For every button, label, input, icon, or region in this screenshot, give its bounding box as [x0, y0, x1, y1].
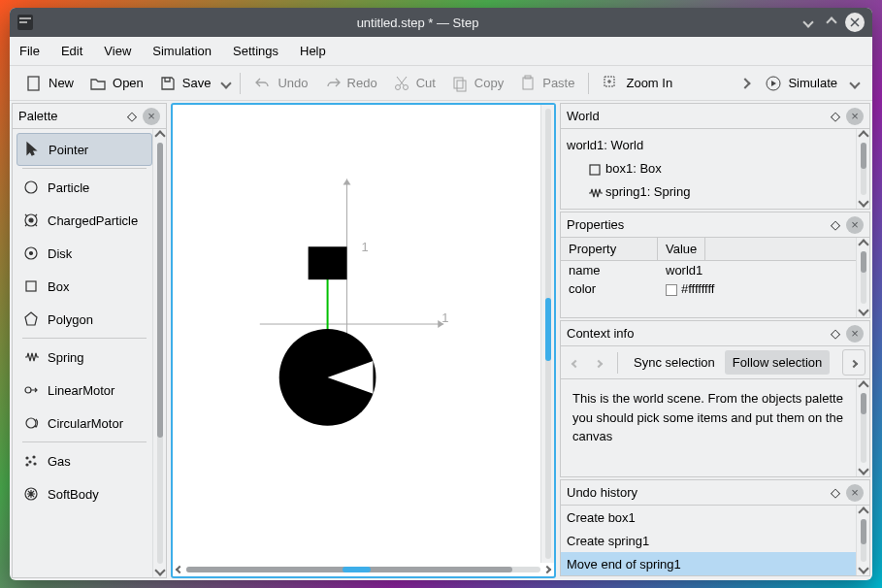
- palette-item-softbody[interactable]: SoftBody: [16, 477, 152, 510]
- scroll-up-icon[interactable]: [156, 129, 164, 143]
- world-tree-item[interactable]: spring1: Spring: [561, 180, 856, 203]
- palette-item-pointer[interactable]: Pointer: [16, 133, 152, 166]
- zoom-in-button[interactable]: Zoom In: [595, 71, 680, 96]
- palette-item-chargedparticle[interactable]: ChargedParticle: [16, 204, 152, 237]
- menu-edit[interactable]: Edit: [61, 44, 82, 58]
- zoom-in-icon: [603, 75, 620, 92]
- close-icon[interactable]: ×: [846, 216, 864, 234]
- diamond-icon[interactable]: ◇: [827, 325, 844, 343]
- palette-item-polygon[interactable]: Polygon: [16, 303, 152, 336]
- close-button[interactable]: [845, 13, 865, 32]
- svg-point-16: [30, 252, 33, 255]
- undo-icon: [254, 75, 272, 92]
- cut-icon: [393, 75, 410, 92]
- close-icon[interactable]: ×: [143, 108, 160, 125]
- softbody-icon: [22, 485, 40, 503]
- scroll-right-icon[interactable]: [543, 566, 551, 573]
- new-button[interactable]: New: [17, 71, 82, 96]
- toolbar-overflow-button[interactable]: [734, 76, 757, 91]
- palette-scrollbar[interactable]: [152, 129, 166, 577]
- world-tree-item[interactable]: box1: Box: [561, 156, 856, 180]
- context-scrollbar[interactable]: [856, 379, 869, 476]
- undo-scrollbar[interactable]: [856, 506, 869, 575]
- palette-header[interactable]: Palette ◇ ×: [13, 104, 166, 129]
- menu-view[interactable]: View: [104, 44, 131, 58]
- save-button[interactable]: Save: [151, 71, 219, 96]
- right-panels: World ◇ × world1: Worldbox1: Boxspring1:…: [560, 103, 870, 578]
- palette-item-circularmotor[interactable]: CircularMotor: [16, 407, 152, 440]
- property-row[interactable]: color#ffffffff: [561, 279, 856, 298]
- palette-item-particle[interactable]: Particle: [16, 171, 152, 204]
- svg-point-18: [25, 387, 31, 393]
- properties-table[interactable]: Property Value nameworld1color#ffffffff: [561, 238, 856, 317]
- paste-button[interactable]: Paste: [511, 71, 582, 96]
- titlebar[interactable]: untitled.step * — Step: [10, 8, 872, 37]
- diamond-icon[interactable]: ◇: [123, 108, 141, 125]
- svg-rect-3: [28, 77, 39, 90]
- save-dropdown-icon[interactable]: [221, 78, 232, 88]
- simulate-dropdown-icon[interactable]: [849, 78, 860, 88]
- world-header[interactable]: World ◇ ×: [561, 104, 869, 129]
- context-header[interactable]: Context info ◇ ×: [561, 321, 869, 346]
- undo-item[interactable]: Create box1: [561, 506, 856, 529]
- redo-button[interactable]: Redo: [316, 71, 385, 96]
- context-back-button[interactable]: [565, 350, 586, 375]
- properties-table-header: Property Value: [561, 238, 856, 261]
- palette-separator: [22, 168, 147, 169]
- undo-item[interactable]: Move end of spring1: [561, 552, 856, 575]
- palette-item-spring[interactable]: Spring: [16, 341, 152, 374]
- palette-item-box[interactable]: Box: [16, 270, 152, 303]
- close-icon[interactable]: ×: [846, 325, 864, 343]
- palette-item-label: Disk: [48, 246, 72, 261]
- minimize-button[interactable]: [799, 13, 818, 32]
- property-row[interactable]: nameworld1: [561, 261, 856, 279]
- toolbar-separator: [588, 73, 589, 94]
- menu-simulation[interactable]: Simulation: [152, 44, 212, 58]
- menu-settings[interactable]: Settings: [233, 44, 278, 58]
- properties-header[interactable]: Properties ◇ ×: [561, 212, 869, 238]
- scroll-left-icon[interactable]: [176, 566, 183, 573]
- svg-point-19: [26, 418, 36, 428]
- palette-item-linearmotor[interactable]: LinearMotor: [16, 374, 152, 407]
- close-icon[interactable]: ×: [846, 484, 864, 502]
- context-forward-button[interactable]: [588, 350, 609, 375]
- svg-rect-6: [454, 78, 463, 88]
- svg-point-4: [395, 84, 400, 89]
- palette-item-gas[interactable]: Gas: [16, 444, 152, 477]
- cut-button[interactable]: Cut: [385, 71, 443, 96]
- undo-item[interactable]: Create spring1: [561, 529, 856, 552]
- menu-file[interactable]: File: [19, 44, 40, 58]
- diamond-icon[interactable]: ◇: [827, 484, 844, 502]
- paste-icon: [519, 75, 537, 92]
- context-text: This is the world scene. From the object…: [561, 379, 856, 476]
- undo-list[interactable]: Create box1Create spring1Move end of spr…: [561, 506, 856, 575]
- properties-scrollbar[interactable]: [856, 238, 869, 317]
- polygon-icon: [22, 310, 40, 328]
- canvas-vscrollbar[interactable]: [540, 105, 554, 563]
- svg-rect-17: [26, 281, 36, 291]
- maximize-button[interactable]: [822, 13, 841, 32]
- canvas[interactable]: 1 1: [173, 105, 540, 563]
- simulate-button[interactable]: Simulate: [757, 71, 845, 96]
- menu-help[interactable]: Help: [300, 44, 326, 58]
- palette-item-label: LinearMotor: [48, 383, 114, 398]
- close-icon[interactable]: ×: [846, 108, 864, 125]
- context-overflow-button[interactable]: [842, 349, 866, 376]
- diamond-icon[interactable]: ◇: [827, 108, 844, 125]
- open-button[interactable]: Open: [82, 71, 151, 96]
- sync-selection-button[interactable]: Sync selection: [626, 350, 723, 375]
- canvas-hscrollbar[interactable]: [173, 563, 554, 576]
- world-tree-item[interactable]: world1: World: [561, 133, 856, 156]
- undo-button[interactable]: Undo: [246, 71, 315, 96]
- play-icon: [765, 75, 782, 92]
- canvas-area[interactable]: 1 1: [171, 103, 556, 578]
- world-tree[interactable]: world1: Worldbox1: Boxspring1: Spring: [561, 129, 856, 209]
- palette-panel: Palette ◇ × PointerParticleChargedPartic…: [12, 103, 167, 578]
- world-scrollbar[interactable]: [856, 129, 869, 209]
- diamond-icon[interactable]: ◇: [827, 216, 844, 234]
- undo-header[interactable]: Undo history ◇ ×: [561, 480, 869, 506]
- palette-item-disk[interactable]: Disk: [16, 237, 152, 270]
- follow-selection-button[interactable]: Follow selection: [725, 350, 831, 375]
- copy-button[interactable]: Copy: [443, 71, 511, 96]
- scroll-down-icon[interactable]: [156, 564, 164, 577]
